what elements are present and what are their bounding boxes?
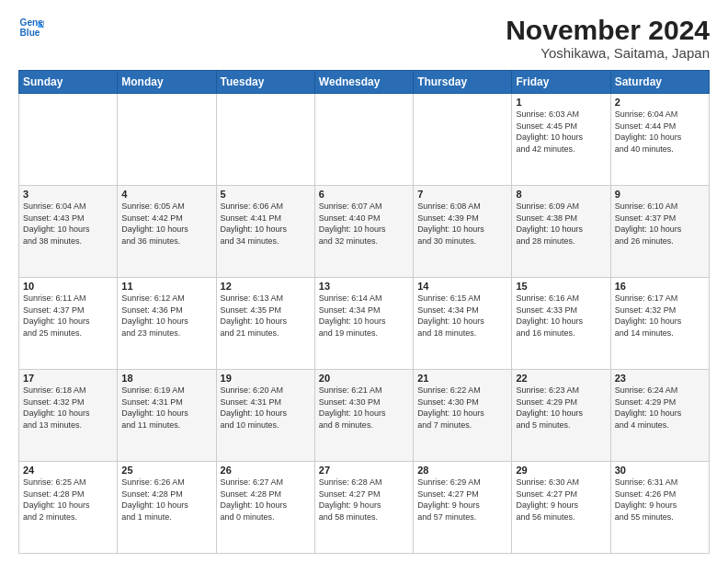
day-number: 11 — [121, 281, 211, 292]
weekday-header-wednesday: Wednesday — [314, 71, 413, 94]
day-info: Sunrise: 6:29 AM Sunset: 4:27 PM Dayligh… — [417, 477, 507, 523]
day-number: 15 — [516, 281, 606, 292]
calendar-cell: 19Sunrise: 6:20 AM Sunset: 4:31 PM Dayli… — [216, 370, 314, 462]
calendar-week-4: 17Sunrise: 6:18 AM Sunset: 4:32 PM Dayli… — [19, 370, 710, 462]
weekday-header-thursday: Thursday — [414, 71, 512, 94]
day-number: 8 — [516, 189, 606, 200]
calendar-cell — [314, 94, 413, 186]
calendar-subtitle: Yoshikawa, Saitama, Japan — [506, 45, 710, 61]
day-info: Sunrise: 6:15 AM Sunset: 4:34 PM Dayligh… — [417, 293, 507, 339]
day-info: Sunrise: 6:27 AM Sunset: 4:28 PM Dayligh… — [221, 477, 311, 523]
day-number: 14 — [417, 281, 507, 292]
calendar-cell: 25Sunrise: 6:26 AM Sunset: 4:28 PM Dayli… — [118, 462, 216, 554]
calendar-cell: 11Sunrise: 6:12 AM Sunset: 4:36 PM Dayli… — [118, 278, 216, 370]
day-number: 3 — [23, 189, 113, 200]
day-info: Sunrise: 6:26 AM Sunset: 4:28 PM Dayligh… — [121, 477, 211, 523]
calendar-cell: 1Sunrise: 6:03 AM Sunset: 4:45 PM Daylig… — [512, 94, 610, 186]
calendar-cell — [118, 94, 216, 186]
day-number: 24 — [23, 465, 113, 476]
day-number: 4 — [121, 189, 211, 200]
day-info: Sunrise: 6:06 AM Sunset: 4:41 PM Dayligh… — [221, 201, 311, 247]
day-info: Sunrise: 6:07 AM Sunset: 4:40 PM Dayligh… — [319, 201, 409, 247]
day-number: 25 — [121, 465, 211, 476]
calendar-cell: 7Sunrise: 6:08 AM Sunset: 4:39 PM Daylig… — [414, 186, 512, 278]
day-info: Sunrise: 6:20 AM Sunset: 4:31 PM Dayligh… — [221, 385, 311, 431]
day-number: 13 — [319, 281, 409, 292]
calendar-week-5: 24Sunrise: 6:25 AM Sunset: 4:28 PM Dayli… — [19, 462, 710, 554]
day-number: 29 — [516, 465, 606, 476]
day-number: 5 — [221, 189, 311, 200]
day-info: Sunrise: 6:30 AM Sunset: 4:27 PM Dayligh… — [516, 477, 606, 523]
calendar-cell: 17Sunrise: 6:18 AM Sunset: 4:32 PM Dayli… — [19, 370, 118, 462]
calendar-cell: 23Sunrise: 6:24 AM Sunset: 4:29 PM Dayli… — [610, 370, 709, 462]
day-info: Sunrise: 6:31 AM Sunset: 4:26 PM Dayligh… — [615, 477, 705, 523]
day-info: Sunrise: 6:04 AM Sunset: 4:44 PM Dayligh… — [615, 109, 705, 155]
calendar-cell: 27Sunrise: 6:28 AM Sunset: 4:27 PM Dayli… — [314, 462, 413, 554]
calendar-table: SundayMondayTuesdayWednesdayThursdayFrid… — [18, 70, 710, 554]
calendar-cell: 22Sunrise: 6:23 AM Sunset: 4:29 PM Dayli… — [512, 370, 610, 462]
day-number: 6 — [319, 189, 409, 200]
calendar-cell: 3Sunrise: 6:04 AM Sunset: 4:43 PM Daylig… — [19, 186, 118, 278]
day-number: 30 — [615, 465, 705, 476]
calendar-cell: 5Sunrise: 6:06 AM Sunset: 4:41 PM Daylig… — [216, 186, 314, 278]
day-info: Sunrise: 6:17 AM Sunset: 4:32 PM Dayligh… — [615, 293, 705, 339]
day-info: Sunrise: 6:24 AM Sunset: 4:29 PM Dayligh… — [615, 385, 705, 431]
day-info: Sunrise: 6:25 AM Sunset: 4:28 PM Dayligh… — [23, 477, 113, 523]
day-info: Sunrise: 6:12 AM Sunset: 4:36 PM Dayligh… — [121, 293, 211, 339]
logo-icon: General Blue — [18, 15, 44, 40]
day-number: 23 — [615, 373, 705, 384]
calendar-cell: 28Sunrise: 6:29 AM Sunset: 4:27 PM Dayli… — [414, 462, 512, 554]
weekday-header-saturday: Saturday — [610, 71, 709, 94]
calendar-week-2: 3Sunrise: 6:04 AM Sunset: 4:43 PM Daylig… — [19, 186, 710, 278]
calendar-cell: 4Sunrise: 6:05 AM Sunset: 4:42 PM Daylig… — [118, 186, 216, 278]
day-info: Sunrise: 6:11 AM Sunset: 4:37 PM Dayligh… — [23, 293, 113, 339]
day-number: 12 — [221, 281, 311, 292]
weekday-header-sunday: Sunday — [19, 71, 118, 94]
calendar-cell: 18Sunrise: 6:19 AM Sunset: 4:31 PM Dayli… — [118, 370, 216, 462]
day-number: 26 — [221, 465, 311, 476]
calendar-cell: 10Sunrise: 6:11 AM Sunset: 4:37 PM Dayli… — [19, 278, 118, 370]
calendar-cell: 29Sunrise: 6:30 AM Sunset: 4:27 PM Dayli… — [512, 462, 610, 554]
weekday-header-monday: Monday — [118, 71, 216, 94]
day-number: 16 — [615, 281, 705, 292]
calendar-cell: 12Sunrise: 6:13 AM Sunset: 4:35 PM Dayli… — [216, 278, 314, 370]
calendar-cell: 14Sunrise: 6:15 AM Sunset: 4:34 PM Dayli… — [414, 278, 512, 370]
day-number: 27 — [319, 465, 409, 476]
calendar-cell: 24Sunrise: 6:25 AM Sunset: 4:28 PM Dayli… — [19, 462, 118, 554]
calendar-cell: 20Sunrise: 6:21 AM Sunset: 4:30 PM Dayli… — [314, 370, 413, 462]
day-info: Sunrise: 6:18 AM Sunset: 4:32 PM Dayligh… — [23, 385, 113, 431]
day-number: 17 — [23, 373, 113, 384]
day-info: Sunrise: 6:09 AM Sunset: 4:38 PM Dayligh… — [516, 201, 606, 247]
day-info: Sunrise: 6:19 AM Sunset: 4:31 PM Dayligh… — [121, 385, 211, 431]
day-number: 22 — [516, 373, 606, 384]
weekday-header-row: SundayMondayTuesdayWednesdayThursdayFrid… — [19, 71, 710, 94]
day-info: Sunrise: 6:08 AM Sunset: 4:39 PM Dayligh… — [417, 201, 507, 247]
day-info: Sunrise: 6:28 AM Sunset: 4:27 PM Dayligh… — [319, 477, 409, 523]
day-number: 7 — [417, 189, 507, 200]
calendar-cell: 15Sunrise: 6:16 AM Sunset: 4:33 PM Dayli… — [512, 278, 610, 370]
day-info: Sunrise: 6:21 AM Sunset: 4:30 PM Dayligh… — [319, 385, 409, 431]
calendar-cell: 2Sunrise: 6:04 AM Sunset: 4:44 PM Daylig… — [610, 94, 709, 186]
day-info: Sunrise: 6:10 AM Sunset: 4:37 PM Dayligh… — [615, 201, 705, 247]
day-number: 18 — [121, 373, 211, 384]
day-info: Sunrise: 6:22 AM Sunset: 4:30 PM Dayligh… — [417, 385, 507, 431]
day-info: Sunrise: 6:03 AM Sunset: 4:45 PM Dayligh… — [516, 109, 606, 155]
calendar-cell — [216, 94, 314, 186]
title-block: November 2024 Yoshikawa, Saitama, Japan — [506, 15, 710, 61]
day-number: 2 — [615, 97, 705, 108]
calendar-week-1: 1Sunrise: 6:03 AM Sunset: 4:45 PM Daylig… — [19, 94, 710, 186]
calendar-cell: 16Sunrise: 6:17 AM Sunset: 4:32 PM Dayli… — [610, 278, 709, 370]
day-info: Sunrise: 6:23 AM Sunset: 4:29 PM Dayligh… — [516, 385, 606, 431]
svg-text:Blue: Blue — [20, 28, 40, 38]
calendar-week-3: 10Sunrise: 6:11 AM Sunset: 4:37 PM Dayli… — [19, 278, 710, 370]
calendar-cell — [19, 94, 118, 186]
day-info: Sunrise: 6:13 AM Sunset: 4:35 PM Dayligh… — [221, 293, 311, 339]
calendar-cell: 13Sunrise: 6:14 AM Sunset: 4:34 PM Dayli… — [314, 278, 413, 370]
weekday-header-friday: Friday — [512, 71, 610, 94]
day-number: 28 — [417, 465, 507, 476]
day-number: 19 — [221, 373, 311, 384]
calendar-cell: 21Sunrise: 6:22 AM Sunset: 4:30 PM Dayli… — [414, 370, 512, 462]
day-number: 21 — [417, 373, 507, 384]
logo: General Blue — [18, 15, 44, 40]
page: General Blue November 2024 Yoshikawa, Sa… — [0, 0, 728, 563]
